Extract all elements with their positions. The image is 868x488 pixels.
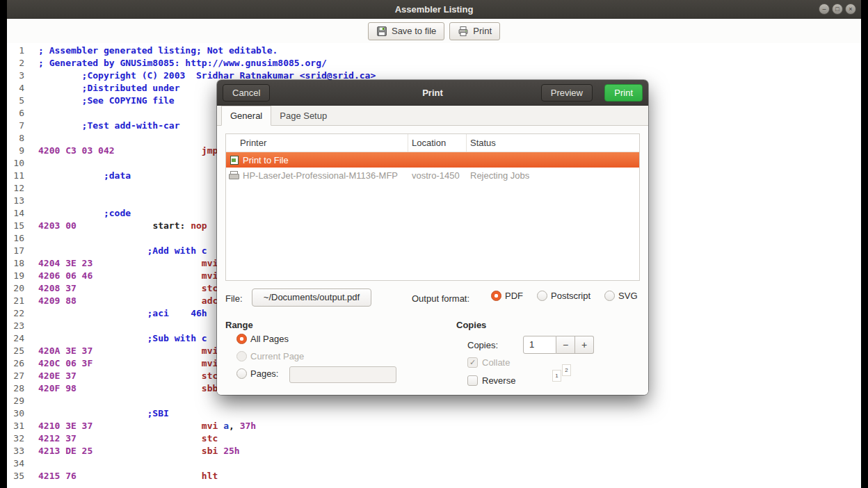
copies-section-title: Copies xyxy=(456,320,486,330)
printer-row[interactable]: HP-LaserJet-Professional-M1136-MFPvostro… xyxy=(226,168,639,183)
line-number: 19 xyxy=(7,270,24,282)
line-number: 5 xyxy=(7,95,24,107)
code-line: ;code xyxy=(24,207,131,220)
range-option-current-page: Current Page xyxy=(236,351,304,361)
line-number: 34 xyxy=(7,457,24,470)
pages-input xyxy=(289,366,396,383)
line-number: 27 xyxy=(7,370,24,382)
line-number: 26 xyxy=(7,357,24,370)
tab-page-setup[interactable]: Page Setup xyxy=(271,106,335,125)
line-number: 17 xyxy=(7,245,24,257)
line-number: 1 xyxy=(7,44,24,57)
print-icon xyxy=(458,26,469,37)
reverse-checkbox-row[interactable]: Reverse xyxy=(467,375,515,386)
line-number: 33 xyxy=(7,445,24,457)
line-number: 24 xyxy=(7,332,24,345)
code-line xyxy=(24,132,38,145)
radio-label: Current Page xyxy=(250,351,304,361)
printer-name: HP-LaserJet-Professional-M1136-MFP xyxy=(243,170,398,181)
radio-label: Pages: xyxy=(250,368,278,379)
radio-icon xyxy=(236,368,247,379)
listing-line: 30 ;SBI xyxy=(7,407,861,420)
collate-preview-page-2: 2 xyxy=(562,364,571,376)
radio-label: SVG xyxy=(618,291,637,301)
line-number: 12 xyxy=(7,182,24,195)
printer-location: vostro-1450 xyxy=(408,170,467,181)
line-number: 7 xyxy=(7,120,24,132)
print-button[interactable]: Print xyxy=(449,22,500,40)
line-number: 22 xyxy=(7,307,24,320)
printer-list[interactable]: Printer Location Status Print to FileHP-… xyxy=(225,133,640,281)
code-line: 420A 3E 37 mvi xyxy=(24,345,218,357)
radio-icon xyxy=(537,291,547,301)
code-line: ;Add with c xyxy=(24,245,207,257)
window-controls: –□× xyxy=(819,3,856,15)
line-number: 14 xyxy=(7,207,24,220)
file-label: File: xyxy=(225,293,243,304)
code-line xyxy=(24,195,38,207)
titlebar[interactable]: Assembler Listing –□× xyxy=(7,0,861,19)
range-option-all-pages[interactable]: All Pages xyxy=(236,334,304,344)
code-line: ; Generated by GNUSim8085: http://www.gn… xyxy=(24,57,327,70)
line-number: 32 xyxy=(7,432,24,445)
copies-value[interactable]: 1 xyxy=(523,336,556,354)
column-location[interactable]: Location xyxy=(408,134,467,152)
code-line: 4200 C3 03 042 jmp xyxy=(24,145,218,157)
line-number: 30 xyxy=(7,407,24,420)
print-dialog-header[interactable]: Print Cancel Preview Print xyxy=(217,80,648,106)
printer-icon xyxy=(229,171,239,179)
save-to-file-button[interactable]: Save to file xyxy=(368,22,444,40)
copies-decrement-button[interactable]: − xyxy=(556,336,575,354)
code-line: 4212 37 stc xyxy=(24,432,218,445)
line-number: 9 xyxy=(7,145,24,157)
code-line: ;Distributed under xyxy=(24,82,180,95)
code-line: ;Test add-with-car xyxy=(24,120,180,132)
output-format-radios: PDFPostscriptSVG xyxy=(491,291,638,301)
listing-line: 314210 3E 37 mvi a, 37h xyxy=(7,420,861,432)
column-printer[interactable]: Printer xyxy=(226,134,408,152)
code-line: 420F 98 sbb xyxy=(24,382,218,395)
code-line: ;data xyxy=(24,170,131,182)
code-line: ;SBI xyxy=(24,407,169,420)
dialog-tabs: GeneralPage Setup xyxy=(217,106,648,126)
radio-icon xyxy=(604,291,615,301)
maximize-button[interactable]: □ xyxy=(832,3,843,15)
copies-increment-button[interactable]: + xyxy=(575,336,594,354)
line-number: 10 xyxy=(7,157,24,170)
print-to-file-icon xyxy=(229,156,239,164)
radio-icon xyxy=(236,334,247,344)
radio-icon xyxy=(491,291,501,301)
file-chooser-button[interactable]: ~/Documents/output.pdf xyxy=(252,288,371,307)
save-icon xyxy=(376,26,387,37)
line-number: 20 xyxy=(7,282,24,295)
line-number: 3 xyxy=(7,70,24,82)
close-button[interactable]: × xyxy=(845,3,856,15)
format-option-postscript[interactable]: Postscript xyxy=(537,291,590,301)
format-option-svg[interactable]: SVG xyxy=(604,291,637,301)
print-dialog-body: GeneralPage Setup Printer Location Statu… xyxy=(217,106,648,395)
collate-checkbox-row: ✓ Collate xyxy=(467,357,510,368)
cancel-button[interactable]: Cancel xyxy=(223,84,270,101)
format-option-pdf[interactable]: PDF xyxy=(491,291,523,301)
line-number: 13 xyxy=(7,195,24,207)
preview-button[interactable]: Preview xyxy=(541,84,593,101)
minimize-button[interactable]: – xyxy=(819,3,830,15)
code-line: 4208 37 stc xyxy=(24,282,218,295)
radio-icon xyxy=(236,351,247,361)
print-confirm-button[interactable]: Print xyxy=(604,84,643,101)
code-line: 4204 3E 23 mvi xyxy=(24,257,218,270)
column-status[interactable]: Status xyxy=(467,134,639,152)
code-line xyxy=(24,157,38,170)
code-line xyxy=(24,232,38,245)
code-line: 420E 37 stc xyxy=(24,370,218,382)
line-number: 23 xyxy=(7,320,24,332)
printer-row[interactable]: Print to File xyxy=(226,152,639,168)
reverse-checkbox[interactable] xyxy=(467,375,478,386)
reverse-label: Reverse xyxy=(482,375,515,386)
radio-label: PDF xyxy=(505,291,523,301)
line-number: 29 xyxy=(7,395,24,407)
code-line: ;Sub with c xyxy=(24,332,207,345)
line-number: 35 xyxy=(7,470,24,482)
tab-general[interactable]: General xyxy=(221,106,271,126)
code-line xyxy=(24,395,38,407)
